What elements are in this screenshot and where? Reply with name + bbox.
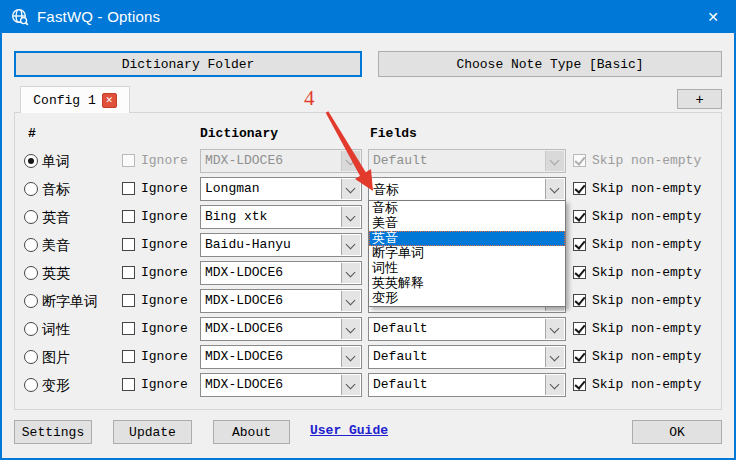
fields-select-value: Default (373, 377, 428, 392)
dropdown-option[interactable]: 变形 (369, 291, 565, 306)
fields-select[interactable]: Default (368, 373, 566, 397)
tab-config-1[interactable]: Config 1 ✕ (20, 86, 130, 113)
chevron-down-icon[interactable] (341, 235, 360, 255)
chevron-glyph (346, 240, 356, 250)
window-close-button[interactable]: ✕ (690, 0, 736, 33)
skip-checkbox[interactable]: Skip non-empty (573, 349, 701, 364)
skip-checkbox[interactable]: Skip non-empty (573, 377, 701, 392)
dropdown-option[interactable]: 断字单词 (369, 246, 565, 261)
dropdown-option[interactable]: 英音 (369, 231, 565, 246)
checkbox-icon[interactable] (573, 266, 586, 279)
ignore-checkbox[interactable]: Ignore (122, 293, 188, 308)
checkbox-icon[interactable] (122, 322, 135, 335)
checkbox-icon[interactable] (573, 182, 586, 195)
chevron-down-icon[interactable] (341, 347, 360, 367)
fields-select[interactable]: Default (368, 345, 566, 369)
dictionary-select-value: Bing xtk (205, 209, 267, 224)
row-radio[interactable] (24, 378, 38, 392)
fields-select[interactable]: Default (368, 317, 566, 341)
checkbox-icon[interactable] (122, 210, 135, 223)
skip-checkbox[interactable]: Skip non-empty (573, 181, 701, 196)
chevron-down-icon[interactable] (545, 179, 564, 199)
skip-checkbox[interactable]: Skip non-empty (573, 237, 701, 252)
row-radio[interactable] (24, 266, 38, 280)
checkbox-icon[interactable] (122, 266, 135, 279)
skip-checkbox[interactable]: Skip non-empty (573, 321, 701, 336)
checkbox-icon[interactable] (122, 182, 135, 195)
row-label: 图片 (42, 349, 70, 367)
dictionary-select[interactable]: Baidu-Hanyu (200, 233, 362, 257)
ignore-checkbox-label: Ignore (141, 153, 188, 168)
dictionary-select-value: MDX-LDOCE6 (205, 153, 283, 168)
checkbox-icon[interactable] (122, 350, 135, 363)
chevron-down-icon[interactable] (545, 319, 564, 339)
skip-checkbox-label: Skip non-empty (592, 153, 701, 168)
chevron-glyph (346, 268, 356, 278)
skip-checkbox[interactable]: Skip non-empty (573, 265, 701, 280)
about-button[interactable]: About (213, 420, 290, 444)
dictionary-select[interactable]: Longman (200, 177, 362, 201)
ignore-checkbox[interactable]: Ignore (122, 321, 188, 336)
ignore-checkbox-label: Ignore (141, 237, 188, 252)
ignore-checkbox: Ignore (122, 153, 188, 168)
skip-checkbox[interactable]: Skip non-empty (573, 209, 701, 224)
checkbox-icon[interactable] (573, 294, 586, 307)
ignore-checkbox[interactable]: Ignore (122, 349, 188, 364)
dictionary-select[interactable]: MDX-LDOCE6 (200, 261, 362, 285)
chevron-down-icon[interactable] (341, 375, 360, 395)
dictionary-select[interactable]: MDX-LDOCE6 (200, 373, 362, 397)
dropdown-option[interactable]: 音标 (369, 201, 565, 216)
dictionary-folder-button[interactable]: Dictionary Folder (14, 51, 362, 77)
dropdown-option[interactable]: 英英解释 (369, 276, 565, 291)
checkbox-icon[interactable] (122, 294, 135, 307)
ok-button[interactable]: OK (632, 420, 722, 444)
ignore-checkbox[interactable]: Ignore (122, 265, 188, 280)
checkbox-icon[interactable] (573, 350, 586, 363)
row-radio[interactable] (24, 210, 38, 224)
ignore-checkbox[interactable]: Ignore (122, 209, 188, 224)
row-radio[interactable] (24, 154, 38, 168)
chevron-down-icon[interactable] (341, 207, 360, 227)
checkbox-icon[interactable] (573, 378, 586, 391)
fields-select[interactable]: 音标 (368, 177, 566, 201)
user-guide-link[interactable]: User Guide (310, 423, 388, 438)
chevron-down-icon[interactable] (341, 319, 360, 339)
checkbox-icon[interactable] (573, 322, 586, 335)
ignore-checkbox[interactable]: Ignore (122, 377, 188, 392)
chevron-down-icon[interactable] (545, 375, 564, 395)
dictionary-select[interactable]: MDX-LDOCE6 (200, 289, 362, 313)
chevron-down-icon[interactable] (341, 263, 360, 283)
checkbox-icon (122, 154, 135, 167)
add-config-button[interactable]: + (677, 89, 722, 109)
dictionary-select[interactable]: MDX-LDOCE6 (200, 317, 362, 341)
chevron-down-icon[interactable] (341, 291, 360, 311)
update-button[interactable]: Update (113, 420, 192, 444)
row-radio[interactable] (24, 182, 38, 196)
checkbox-icon (573, 154, 586, 167)
settings-button[interactable]: Settings (14, 420, 92, 444)
dictionary-select[interactable]: Bing xtk (200, 205, 362, 229)
checkbox-icon[interactable] (573, 238, 586, 251)
ignore-checkbox[interactable]: Ignore (122, 237, 188, 252)
chevron-glyph (346, 212, 356, 222)
checkbox-icon[interactable] (122, 378, 135, 391)
checkbox-icon[interactable] (573, 210, 586, 223)
ignore-checkbox-label: Ignore (141, 349, 188, 364)
row-radio[interactable] (24, 322, 38, 336)
checkbox-icon[interactable] (122, 238, 135, 251)
chevron-glyph (346, 324, 356, 334)
dropdown-option[interactable]: 美音 (369, 216, 565, 231)
row-radio[interactable] (24, 238, 38, 252)
chevron-glyph (550, 352, 560, 362)
dictionary-select[interactable]: MDX-LDOCE6 (200, 345, 362, 369)
chevron-down-icon[interactable] (545, 347, 564, 367)
dictionary-select-value: MDX-LDOCE6 (205, 349, 283, 364)
skip-checkbox[interactable]: Skip non-empty (573, 293, 701, 308)
chevron-down-icon[interactable] (341, 179, 360, 199)
row-radio[interactable] (24, 350, 38, 364)
row-radio[interactable] (24, 294, 38, 308)
tab-close-icon[interactable]: ✕ (102, 93, 117, 108)
dropdown-option[interactable]: 词性 (369, 261, 565, 276)
ignore-checkbox[interactable]: Ignore (122, 181, 188, 196)
choose-note-type-button[interactable]: Choose Note Type [Basic] (378, 51, 722, 77)
